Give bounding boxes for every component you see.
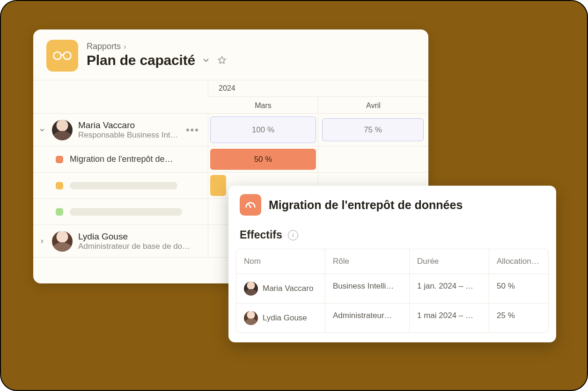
capacity-cell[interactable]: 75 % <box>322 118 424 141</box>
table-row[interactable]: Maria Vaccaro Business Intelli… 1 jan. 2… <box>236 274 548 303</box>
detail-title: Migration de l'entrepôt de données <box>269 198 463 212</box>
svg-point-0 <box>53 52 61 59</box>
expand-toggle[interactable] <box>38 126 46 134</box>
chevron-right-icon <box>39 239 45 244</box>
avatar <box>52 231 73 252</box>
breadcrumb-root[interactable]: Rapports <box>87 42 121 51</box>
page-title: Plan de capacité <box>87 52 195 68</box>
svg-point-1 <box>63 52 71 59</box>
glasses-icon <box>52 50 72 61</box>
table-row[interactable]: Lydia Gouse Administrateur… 1 mai 2024 –… <box>236 303 548 333</box>
breadcrumb[interactable]: Rapports › <box>87 42 227 51</box>
avatar <box>244 282 258 296</box>
cell-role: Business Intelli… <box>325 274 410 303</box>
color-swatch-icon <box>56 208 63 216</box>
table-header-row: Nom Rôle Durée Allocation… <box>236 249 548 274</box>
avatar <box>52 120 73 140</box>
app-icon <box>46 40 78 72</box>
person-row: Maria Vaccaro Responsable Business Intel… <box>33 114 428 146</box>
expand-toggle[interactable] <box>38 237 46 246</box>
person-role: Administrateur de base de do… <box>78 242 190 251</box>
cell-allocation: 25 % <box>489 304 548 333</box>
allocation-bar[interactable] <box>210 175 226 196</box>
card-header: Rapports › Plan de capacité <box>33 29 428 80</box>
effectifs-table: Nom Rôle Durée Allocation… Maria Vaccaro… <box>236 249 549 333</box>
gauge-icon <box>240 194 261 216</box>
cell-name: Maria Vaccaro <box>263 284 313 293</box>
person-role: Responsable Business Intelli… <box>78 130 180 140</box>
detail-section-heading: Effectifs <box>240 229 282 241</box>
star-icon[interactable] <box>217 55 227 65</box>
chevron-right-icon: › <box>124 43 126 51</box>
chevron-down-icon <box>39 127 45 133</box>
cell-name: Lydia Gouse <box>263 313 307 323</box>
skeleton-text <box>70 182 177 189</box>
project-detail-card: Migration de l'entrepôt de données Effec… <box>228 186 556 342</box>
timeline-month: Mars <box>208 97 318 114</box>
color-swatch-icon <box>56 182 63 189</box>
timeline-year: 2024 <box>208 80 428 97</box>
col-header-allocation[interactable]: Allocation… <box>489 249 548 274</box>
capacity-cell[interactable]: 100 % <box>210 116 316 143</box>
cell-duration: 1 jan. 2024 – … <box>410 274 489 303</box>
cell-duration: 1 mai 2024 – … <box>410 304 489 333</box>
avatar <box>244 311 258 325</box>
project-row: Migration de l'entrepôt de… 50 % <box>33 146 428 173</box>
project-name[interactable]: Migration de l'entrepôt de… <box>70 154 173 164</box>
col-header-duration[interactable]: Durée <box>410 249 489 274</box>
chevron-down-icon[interactable] <box>202 56 210 65</box>
color-swatch-icon <box>56 156 63 163</box>
timeline-header: 2024 Mars Avril <box>33 80 428 114</box>
timeline-month: Avril <box>318 97 428 114</box>
person-name[interactable]: Lydia Gouse <box>78 232 190 242</box>
cell-allocation: 50 % <box>489 274 548 303</box>
allocation-bar[interactable]: 50 % <box>210 149 316 170</box>
skeleton-text <box>70 208 182 216</box>
info-icon[interactable]: i <box>288 230 298 240</box>
person-name[interactable]: Maria Vaccaro <box>78 120 180 130</box>
canvas-bg: Rapports › Plan de capacité 2024 Mars Av… <box>0 0 588 391</box>
col-header-role[interactable]: Rôle <box>325 249 410 274</box>
row-actions-button[interactable]: ••• <box>186 124 201 136</box>
col-header-name[interactable]: Nom <box>236 249 325 274</box>
cell-role: Administrateur… <box>325 304 410 333</box>
